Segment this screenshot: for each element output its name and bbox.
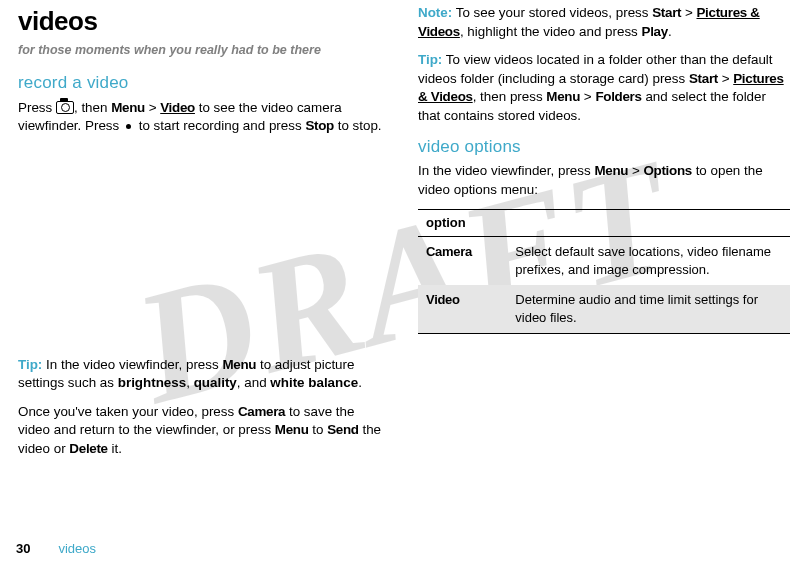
page-content: videos for those moments when you really… <box>0 0 808 564</box>
option-name: Video <box>418 285 507 333</box>
text: In the video viewfinder, press <box>42 357 222 372</box>
text: to stop. <box>334 118 382 133</box>
folders-label: Folders <box>595 89 641 104</box>
menu-label: Menu <box>594 163 628 178</box>
page-title: videos <box>18 4 390 40</box>
tip-label: Tip: <box>418 52 442 67</box>
delete-label: Delete <box>69 441 107 456</box>
white-balance-label: white balance <box>270 375 358 390</box>
page-subtitle: for those moments when you really had to… <box>18 42 390 59</box>
table-header-row: option <box>418 210 790 237</box>
menu-label: Menu <box>546 89 580 104</box>
options-table: option Camera Select default save locati… <box>418 209 790 334</box>
play-label: Play <box>642 24 668 39</box>
left-column: videos for those moments when you really… <box>4 4 404 556</box>
stop-label: Stop <box>305 118 334 133</box>
heading-record-video: record a video <box>18 71 390 94</box>
text: > <box>681 5 696 20</box>
text: , highlight the video and press <box>460 24 642 39</box>
text: > <box>628 163 643 178</box>
text: , then press <box>473 89 547 104</box>
text: > <box>718 71 733 86</box>
tip-paragraph: Tip: In the video viewfinder, press Menu… <box>18 356 390 393</box>
table-row: Camera Select default save locations, vi… <box>418 237 790 285</box>
brightness-label: brightness <box>118 375 186 390</box>
text: it. <box>108 441 122 456</box>
text: . <box>668 24 672 39</box>
text: Press <box>18 100 56 115</box>
option-desc: Determine audio and time limit settings … <box>507 285 790 333</box>
options-paragraph: In the video viewfinder, press Menu > Op… <box>418 162 790 199</box>
start-label: Start <box>652 5 681 20</box>
video-label: Video <box>160 100 195 115</box>
send-label: Send <box>327 422 359 437</box>
center-key-icon <box>123 123 135 131</box>
options-label: Options <box>643 163 691 178</box>
text: > <box>145 100 160 115</box>
text: , and <box>237 375 271 390</box>
right-column: Note: To see your stored videos, press S… <box>404 4 804 556</box>
heading-video-options: video options <box>418 135 790 158</box>
text: , then <box>74 100 111 115</box>
camera-icon <box>56 101 74 114</box>
quality-label: quality <box>194 375 237 390</box>
table-header: option <box>418 210 790 237</box>
note-label: Note: <box>418 5 452 20</box>
save-paragraph: Once you've taken your video, press Came… <box>18 403 390 459</box>
text: In the video viewfinder, press <box>418 163 594 178</box>
text: To see your stored videos, press <box>452 5 652 20</box>
text: . <box>358 375 362 390</box>
table-row: Video Determine audio and time limit set… <box>418 285 790 333</box>
text: , <box>186 375 193 390</box>
tip2-paragraph: Tip: To view videos located in a folder … <box>418 51 790 125</box>
text: to start recording and press <box>135 118 305 133</box>
record-paragraph: Press , then Menu > Video to see the vid… <box>18 99 390 136</box>
menu-label: Menu <box>111 100 145 115</box>
option-desc: Select default save locations, video fil… <box>507 237 790 285</box>
viewfinder-placeholder <box>18 146 390 356</box>
menu-label: Menu <box>222 357 256 372</box>
text: to <box>309 422 328 437</box>
camera-label: Camera <box>238 404 285 419</box>
note-paragraph: Note: To see your stored videos, press S… <box>418 4 790 41</box>
option-name: Camera <box>418 237 507 285</box>
menu-label: Menu <box>275 422 309 437</box>
tip-label: Tip: <box>18 357 42 372</box>
text: > <box>580 89 595 104</box>
text: Once you've taken your video, press <box>18 404 238 419</box>
start-label: Start <box>689 71 718 86</box>
